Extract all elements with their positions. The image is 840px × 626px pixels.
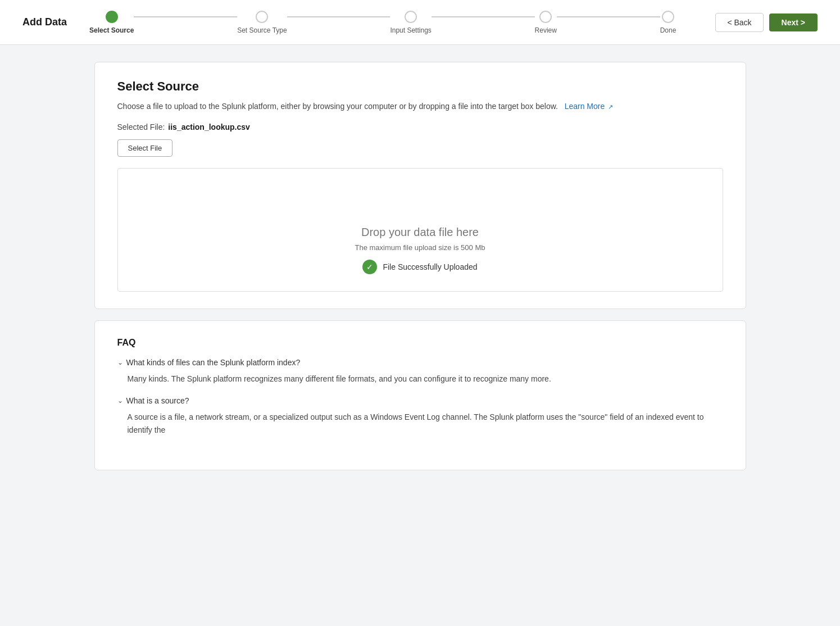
- drop-zone[interactable]: Drop your data file here The maximum fil…: [117, 168, 723, 292]
- connector-3: [432, 16, 535, 17]
- faq-answer-2: A source is a file, a network stream, or…: [117, 411, 723, 436]
- step-set-source-type: Set Source Type: [237, 11, 287, 34]
- step-3-label: Input Settings: [390, 26, 431, 34]
- back-button[interactable]: < Back: [715, 13, 763, 32]
- step-5-circle: [662, 11, 674, 23]
- select-file-button[interactable]: Select File: [117, 139, 173, 157]
- select-source-card: Select Source Choose a file to upload to…: [94, 62, 746, 309]
- faq-chevron-2: ⌄: [117, 397, 123, 405]
- step-input-settings: Input Settings: [390, 11, 431, 34]
- faq-answer-1: Many kinds. The Splunk platform recogniz…: [117, 373, 723, 385]
- step-1-label: Select Source: [89, 26, 134, 34]
- faq-question-row-2[interactable]: ⌄ What is a source?: [117, 396, 723, 405]
- faq-item-1: ⌄ What kinds of files can the Splunk pla…: [117, 358, 723, 385]
- step-2-circle: [256, 11, 268, 23]
- learn-more-link[interactable]: Learn More ↗: [562, 102, 613, 111]
- top-bar: Add Data Select Source Set Source Type I…: [0, 0, 840, 45]
- max-size-text: The maximum file upload size is 500 Mb: [355, 243, 485, 252]
- faq-question-1: What kinds of files can the Splunk platf…: [126, 358, 301, 367]
- main-content: Select Source Choose a file to upload to…: [83, 62, 757, 470]
- step-done: Done: [660, 11, 676, 34]
- drop-zone-content: Drop your data file here The maximum fil…: [355, 226, 485, 274]
- selected-file-label: Selected File:: [117, 123, 165, 131]
- faq-chevron-1: ⌄: [117, 359, 123, 366]
- success-icon: ✓: [362, 260, 377, 274]
- selected-file-name: iis_action_lookup.csv: [168, 123, 250, 131]
- stepper: Select Source Set Source Type Input Sett…: [89, 11, 676, 34]
- faq-question-2: What is a source?: [126, 396, 189, 405]
- step-select-source: Select Source: [89, 11, 134, 34]
- success-row: ✓ File Successfully Uploaded: [362, 260, 477, 274]
- page-title: Add Data: [22, 16, 67, 28]
- step-4-circle: [539, 11, 552, 23]
- nav-buttons: < Back Next >: [715, 13, 818, 32]
- faq-question-row-1[interactable]: ⌄ What kinds of files can the Splunk pla…: [117, 358, 723, 367]
- description-text: Choose a file to upload to the Splunk pl…: [117, 101, 723, 112]
- connector-1: [134, 16, 237, 17]
- drop-text: Drop your data file here: [361, 226, 479, 239]
- success-text: File Successfully Uploaded: [383, 262, 477, 271]
- external-link-icon: ↗: [608, 102, 613, 112]
- connector-2: [287, 16, 391, 17]
- selected-file-row: Selected File: iis_action_lookup.csv: [117, 123, 723, 131]
- step-1-circle: [106, 11, 118, 23]
- section-title: Select Source: [117, 79, 723, 94]
- step-2-label: Set Source Type: [237, 26, 287, 34]
- step-review: Review: [535, 11, 557, 34]
- faq-title: FAQ: [117, 338, 723, 348]
- step-5-label: Done: [660, 26, 676, 34]
- next-button[interactable]: Next >: [769, 13, 818, 31]
- step-4-label: Review: [535, 26, 557, 34]
- connector-4: [557, 16, 660, 17]
- step-3-circle: [405, 11, 417, 23]
- faq-card: FAQ ⌄ What kinds of files can the Splunk…: [94, 320, 746, 470]
- description-prefix: Choose a file to upload to the Splunk pl…: [117, 102, 558, 111]
- faq-item-2: ⌄ What is a source? A source is a file, …: [117, 396, 723, 436]
